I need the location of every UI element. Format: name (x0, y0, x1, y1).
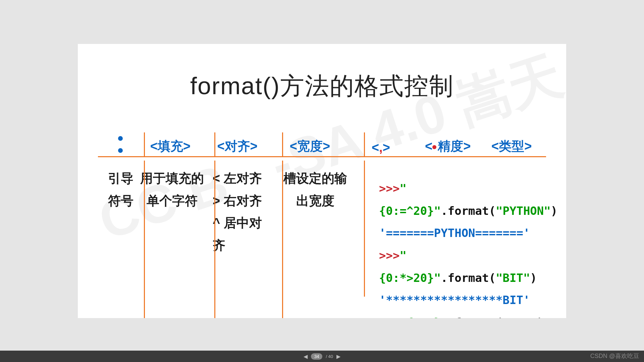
code-examples: >>>"{0:=^20}".format("PYTHON") '=======P… (379, 177, 557, 318)
header-align: <对齐> (205, 138, 270, 155)
code-line-2: >>>"{0:*>20}".format("BIT") (379, 244, 557, 289)
slide-title: format()方法的格式控制 (98, 70, 546, 102)
header-width: <宽度> (270, 138, 350, 155)
code-output-2: '*****************BIT' (379, 289, 557, 311)
cell-fill: 用于填充的 单个字符 (137, 167, 207, 212)
code-output-1: '=======PYTHON=======' (379, 222, 557, 244)
code-line-3: >>>"{:10}".format("BIT") (379, 311, 557, 318)
header-precision: <精度> (412, 138, 484, 155)
page-number: 34 (311, 353, 322, 360)
table-header-row: <填充> <对齐> <宽度> <,> <精度> <类型> (98, 132, 546, 157)
header-type: <类型> (484, 138, 539, 155)
nav-footer: ◀ 34 / 40 ▶ (0, 351, 644, 362)
dot-icon (432, 145, 436, 149)
source-credit: CSDN @喜欢吃豆 (590, 352, 639, 360)
page-total: / 40 (326, 354, 333, 359)
next-slide-button[interactable]: ▶ (336, 353, 340, 360)
code-line-1: >>>"{0:=^20}".format("PYTHON") (379, 177, 557, 222)
prev-slide-button[interactable]: ◀ (304, 353, 308, 360)
cell-width: 槽设定的输 出宽度 (274, 167, 356, 212)
format-spec-table: <填充> <对齐> <宽度> <,> <精度> <类型> 引导 符号 用于填充 (98, 132, 546, 256)
header-colon (105, 136, 136, 155)
header-fill: <填充> (136, 138, 205, 155)
cell-align: < 左对齐 > 右对齐 ^ 居中对齐 (207, 167, 274, 256)
header-comma: <,> (350, 140, 412, 155)
cell-lead: 引导 符号 (105, 167, 137, 212)
slide: CC B -SA 4.0 嵩天 format()方法的格式控制 <填充> <对齐… (78, 44, 566, 318)
